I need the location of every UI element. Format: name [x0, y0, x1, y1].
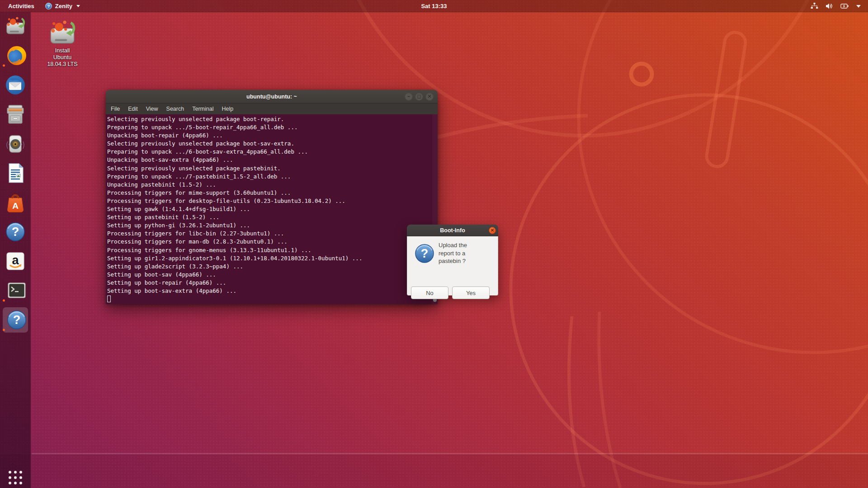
svg-text:?: ? — [47, 4, 50, 9]
dock-item-libreoffice-writer[interactable] — [2, 162, 28, 184]
minimize-button[interactable]: – — [405, 93, 413, 101]
writer-document-icon — [5, 163, 26, 183]
terminal-titlebar[interactable]: ubuntu@ubuntu: ~ – ◻ ✕ — [106, 90, 438, 103]
terminal-window: ubuntu@ubuntu: ~ – ◻ ✕ File Edit View Se… — [106, 90, 438, 304]
app-menu-label: Zenity — [55, 3, 72, 9]
terminal-menubar: File Edit View Search Terminal Help — [106, 103, 438, 114]
dialog-title: Boot-Info — [440, 227, 465, 234]
dock-item-terminal[interactable] — [2, 280, 28, 301]
chevron-down-icon — [856, 5, 861, 8]
battery-charging-icon — [840, 3, 849, 9]
boot-repair-disk-icon — [5, 16, 26, 37]
dock-item-ubuntu-software[interactable]: A — [2, 192, 28, 213]
clock[interactable]: Sat 13:33 — [416, 0, 451, 12]
dock-item-firefox[interactable] — [2, 45, 28, 66]
dock-item-amazon[interactable]: a — [2, 250, 28, 272]
terminal-cursor — [107, 296, 111, 302]
desktop-icon-install-ubuntu[interactable]: Install Ubuntu 18.04.3 LTS — [43, 19, 82, 68]
dock-item-files-cabinet[interactable] — [2, 103, 28, 125]
volume-icon — [826, 3, 833, 9]
boot-info-dialog: Boot-Info ✕ ? Upload the report to a pas… — [407, 225, 498, 296]
amazon-icon: a — [5, 251, 26, 272]
menu-terminal[interactable]: Terminal — [188, 103, 217, 114]
dock-item-zenity[interactable]: ? — [2, 309, 28, 331]
app-menu-zenity[interactable]: ? Zenity — [40, 0, 85, 12]
install-ubuntu-disk-icon — [48, 19, 76, 46]
software-bag-icon: A — [5, 192, 26, 213]
no-button[interactable]: No — [411, 286, 448, 299]
thunderbird-icon — [5, 75, 26, 95]
dialog-titlebar[interactable]: Boot-Info ✕ — [407, 225, 498, 236]
network-wired-icon — [811, 3, 818, 9]
terminal-icon — [6, 280, 27, 301]
question-dialog-icon: ? — [6, 310, 27, 330]
activities-button[interactable]: Activities — [3, 0, 40, 12]
dock-item-rhythmbox[interactable] — [2, 133, 28, 155]
svg-text:?: ? — [13, 313, 20, 327]
dock-item-help[interactable]: ? — [2, 221, 28, 243]
question-dialog-icon: ? — [414, 243, 435, 264]
file-cabinet-icon — [5, 104, 26, 125]
speaker-icon — [5, 133, 26, 154]
terminal-content[interactable]: Selecting previously unselected package … — [106, 114, 438, 304]
svg-text:?: ? — [12, 225, 19, 239]
running-indicator — [3, 328, 5, 331]
svg-text:A: A — [12, 201, 19, 211]
dock-item-thunderbird[interactable] — [2, 74, 28, 96]
menu-view[interactable]: View — [142, 103, 162, 114]
svg-text:a: a — [12, 253, 19, 267]
maximize-button[interactable]: ◻ — [415, 93, 423, 101]
menu-help[interactable]: Help — [217, 103, 237, 114]
yes-button[interactable]: Yes — [452, 286, 490, 299]
dialog-message: Upload the report to a pastebin ? — [439, 241, 467, 265]
dialog-body: ? Upload the report to a pastebin ? No Y… — [407, 236, 498, 296]
menu-file[interactable]: File — [106, 103, 124, 114]
running-indicator — [3, 64, 5, 66]
svg-text:?: ? — [421, 247, 429, 260]
menu-edit[interactable]: Edit — [124, 103, 142, 114]
system-status-area[interactable] — [803, 0, 868, 12]
close-button[interactable]: ✕ — [425, 93, 434, 101]
dock-item-boot-repair[interactable] — [2, 15, 28, 37]
top-bar: Activities ? Zenity Sat 13:33 — [0, 0, 868, 12]
close-icon[interactable]: ✕ — [489, 227, 496, 234]
dock: A ? a — [0, 12, 31, 488]
desktop-icon-label: Install Ubuntu 18.04.3 LTS — [43, 47, 82, 68]
show-applications-button[interactable] — [9, 471, 22, 484]
terminal-title: ubuntu@ubuntu: ~ — [246, 94, 297, 100]
running-indicator — [3, 299, 5, 301]
chevron-down-icon — [76, 5, 80, 7]
help-question-icon: ? — [5, 221, 26, 242]
terminal-output: Selecting previously unselected package … — [106, 114, 438, 295]
menu-search[interactable]: Search — [162, 103, 189, 114]
question-icon: ? — [45, 3, 52, 9]
firefox-icon — [6, 45, 27, 66]
